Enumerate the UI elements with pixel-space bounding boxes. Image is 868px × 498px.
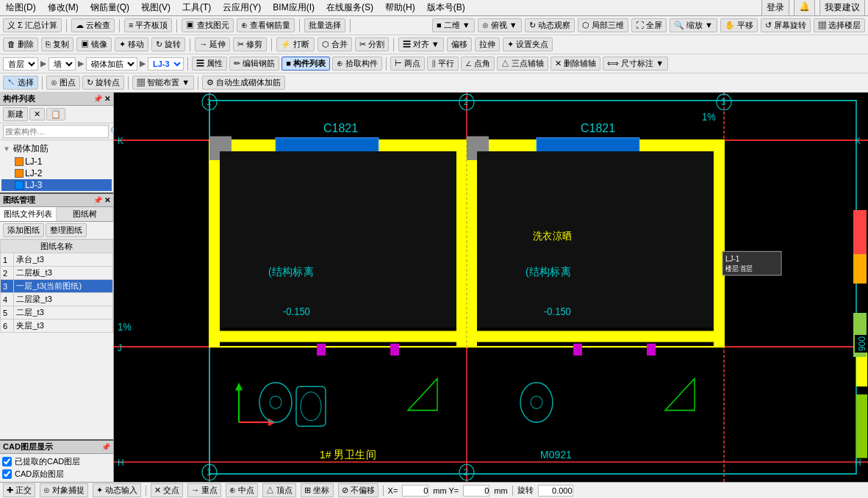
view-rebar-button[interactable]: ⊕ 查看钢筋量 [237, 18, 295, 32]
menu-item-tools[interactable]: 工具(T) [179, 0, 214, 15]
find-element-button[interactable]: ▣ 查找图元 [182, 18, 233, 32]
dynamic-obs-button[interactable]: ↻ 动态观察 [525, 18, 575, 32]
dim-label-button[interactable]: ⟺ 尺寸标注 ▼ [603, 57, 668, 71]
properties-button[interactable]: ☰ 属性 [192, 57, 227, 71]
new-component-button[interactable]: 新建 [3, 107, 28, 121]
pin-icon[interactable]: 📌 [93, 95, 102, 103]
menu-item-modify[interactable]: 修改(M) [45, 0, 82, 15]
midpoint-button[interactable]: ⊕ 中点 [226, 483, 258, 497]
trim-button[interactable]: ✂ 修剪 [233, 37, 267, 51]
x-coord-input[interactable] [402, 485, 428, 497]
menu-item-bim[interactable]: BIM应用(I) [270, 0, 318, 15]
set-grip-button[interactable]: ✦ 设置夹点 [503, 37, 553, 51]
endpoint-button[interactable]: → 重点 [187, 483, 221, 497]
menu-item-cloud[interactable]: 云应用(Y) [220, 0, 264, 15]
zoom-button[interactable]: 🔍 缩放 ▼ [670, 18, 717, 32]
offset-button[interactable]: 偏移 [447, 37, 472, 51]
type-dropdown[interactable]: LJ-3 [148, 57, 184, 71]
intersection-button[interactable]: ✕ 交点 [151, 483, 183, 497]
menu-item-rebar[interactable]: 钢筋量(Q) [87, 0, 132, 15]
rotate-button[interactable]: ↻ 旋转 [151, 37, 185, 51]
coord-button[interactable]: ⊞ 坐标 [301, 483, 333, 497]
floor-dropdown[interactable]: 首层 [3, 57, 38, 71]
dynamic-input-button[interactable]: ✦ 动态输入 [93, 483, 141, 497]
paper-close-icon[interactable]: ✕ [104, 196, 110, 204]
2d-button[interactable]: ■ 二维 ▼ [432, 18, 475, 32]
align-button[interactable]: ☰ 对齐 ▼ [398, 37, 444, 51]
menu-item-help[interactable]: 帮助(H) [382, 0, 418, 15]
local-3d-button[interactable]: ⬡ 局部三维 [578, 18, 628, 32]
layer-1-checkbox[interactable] [2, 457, 12, 466]
copy-component-button[interactable]: 📋 [46, 108, 65, 120]
move-button[interactable]: ✦ 移动 [115, 37, 148, 51]
mirror-button[interactable]: ▣ 镜像 [76, 37, 112, 51]
drawing-canvas[interactable]: C1821 C1821 1% 1% (结构标离 (结构标离 洗衣涼晒 -0.15… [114, 93, 868, 482]
login-button[interactable]: 登录 [761, 0, 789, 16]
menu-item-version[interactable]: 版本号(B) [424, 0, 468, 15]
close-panel-icon[interactable]: ✕ [104, 95, 110, 103]
notify-button[interactable]: 🔔 [794, 0, 815, 16]
paper-row-2[interactable]: 2 二层板_t3 [1, 267, 113, 280]
auto-gen-button[interactable]: ⚙ 自动生成砌体加筋 [202, 76, 285, 90]
vertex-button[interactable]: △ 顶点 [262, 483, 296, 497]
batch-select-button[interactable]: 批量选择 [304, 18, 345, 32]
pick-component-button[interactable]: ⊕ 拾取构件 [332, 57, 382, 71]
point-draw-button[interactable]: ⊙ 图点 [46, 76, 80, 90]
tree-item-lj3[interactable]: LJ-3 [1, 179, 112, 191]
snap-button[interactable]: ⊙ 对象捕捉 [40, 483, 88, 497]
select-floor-button[interactable]: ▦ 选择楼层 [814, 18, 865, 32]
svg-text:洗衣涼晒: 洗衣涼晒 [533, 231, 573, 242]
split-button[interactable]: ✂ 分割 [355, 37, 389, 51]
calc-button[interactable]: 义 Σ 汇总计算 [3, 18, 62, 32]
extend-button[interactable]: → 延伸 [195, 37, 230, 51]
y-coord-input[interactable] [463, 485, 489, 497]
organize-paper-button[interactable]: 整理图纸 [46, 223, 87, 237]
fullscreen-button[interactable]: ⛶ 全屏 [631, 18, 667, 32]
paper-pin-icon[interactable]: 📌 [93, 196, 102, 204]
menu-item-online[interactable]: 在线服务(S) [323, 0, 376, 15]
screen-rotate-button[interactable]: ↺ 屏幕旋转 [761, 18, 811, 32]
cloud-check-button[interactable]: ☁ 云检查 [71, 18, 115, 32]
paper-row-1[interactable]: 1 承台_t3 [1, 253, 113, 267]
tab-tree[interactable]: 图纸树 [57, 207, 113, 221]
menu-item-view[interactable]: 视图(V) [138, 0, 173, 15]
tree-item-lj2[interactable]: LJ-2 [1, 167, 112, 179]
add-paper-button[interactable]: 添加图纸 [3, 223, 44, 237]
component-list-button[interactable]: ■ 构件列表 [281, 57, 330, 71]
paper-row-3[interactable]: 3 一层_t3(当前图纸) [1, 280, 113, 293]
wall-dropdown[interactable]: 墙 [49, 57, 76, 71]
material-dropdown[interactable]: 砌体加筋 [86, 57, 137, 71]
layer-2-checkbox[interactable] [2, 469, 12, 479]
parallel-button[interactable]: ∥ 平行 [427, 57, 459, 71]
suggest-button[interactable]: 我要建议 [819, 0, 865, 16]
merge-button[interactable]: ⬡ 合并 [318, 37, 352, 51]
delete-component-button[interactable]: ✕ [29, 108, 45, 120]
select-tool-button[interactable]: ↖ 选择 [3, 76, 38, 90]
no-offset-button[interactable]: ⊘ 不偏移 [338, 483, 379, 497]
rotate-point-button[interactable]: ↻ 旋转点 [82, 76, 124, 90]
rotate-input[interactable] [538, 485, 573, 497]
delete-button[interactable]: 🗑 删除 [3, 37, 38, 51]
break-button[interactable]: ⚡ 打断 [276, 37, 314, 51]
paper-row-5[interactable]: 5 二层_t3 [1, 306, 113, 320]
expand-icon[interactable]: ▼ [3, 145, 13, 153]
search-input[interactable] [3, 125, 109, 138]
pan-button[interactable]: ✋ 平移 [720, 18, 758, 32]
orthogonal-button[interactable]: ✚ 正交 [3, 483, 35, 497]
three-point-axis-button[interactable]: △ 三点辅轴 [497, 57, 548, 71]
layer-pin-icon[interactable]: 📌 [101, 443, 110, 451]
two-point-button[interactable]: ⊢ 两点 [390, 57, 425, 71]
smart-layout-button[interactable]: ▦ 智能布置 ▼ [132, 76, 194, 90]
flat-slab-button[interactable]: ≡ 平齐板顶 [124, 18, 172, 32]
tab-file-list[interactable]: 图纸文件列表 [0, 207, 57, 221]
dot-angle-button[interactable]: ∠ 点角 [461, 57, 495, 71]
copy-button[interactable]: ⎘ 复制 [41, 37, 73, 51]
tree-item-lj1[interactable]: LJ-1 [1, 156, 112, 167]
del-axis-button[interactable]: ✕ 删除辅轴 [550, 57, 600, 71]
edit-rebar-button[interactable]: ✏ 编辑钢筋 [229, 57, 279, 71]
paper-row-6[interactable]: 6 夹层_t3 [1, 320, 113, 333]
paper-row-4[interactable]: 4 二层梁_t3 [1, 293, 113, 306]
view-direction-button[interactable]: ⊙ 俯视 ▼ [478, 18, 522, 32]
stretch-button[interactable]: 拉伸 [475, 37, 500, 51]
menu-item-draw[interactable]: 绘图(D) [3, 0, 39, 15]
